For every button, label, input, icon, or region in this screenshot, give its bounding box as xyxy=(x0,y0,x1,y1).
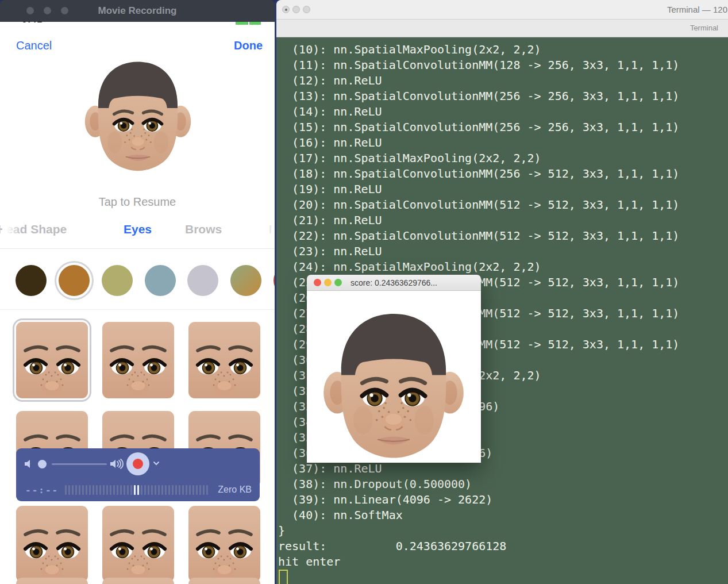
tab-fade-left xyxy=(2,217,22,241)
tab-brows[interactable]: Brows xyxy=(185,222,222,236)
swatch-multicolor-gradient[interactable] xyxy=(230,265,261,296)
eye-option-face xyxy=(16,506,88,582)
movie-recording-window: Movie Recording 9:41 Cancel Done Tap to … xyxy=(0,0,275,584)
terminal-line: (24): nn.SpatialMaxPooling(2x2, 2,2) xyxy=(278,259,728,275)
terminal-line: (21): nn.ReLU xyxy=(278,213,728,228)
divider xyxy=(0,309,275,310)
memoji-result-image xyxy=(313,298,474,463)
recording-time: --:-- xyxy=(25,485,59,495)
eye-option-tile[interactable] xyxy=(102,506,174,582)
record-button[interactable] xyxy=(126,452,149,475)
terminal-line: (10): nn.SpatialMaxPooling(2x2, 2,2) xyxy=(278,42,728,57)
eye-option-face xyxy=(188,578,260,584)
terminal-line: (14): nn.ReLU xyxy=(278,104,728,120)
eye-option-tile[interactable] xyxy=(102,578,174,584)
swatch-slate-blue[interactable] xyxy=(145,265,176,296)
terminal-line: (11): nn.SpatialConvolutionMM(128 -> 256… xyxy=(278,57,728,73)
memoji-avatar-preview xyxy=(77,49,199,178)
terminal-line: (40): nn.SoftMax xyxy=(278,508,728,523)
volume-slider-knob[interactable] xyxy=(38,460,47,468)
window-title: Movie Recording xyxy=(0,0,275,22)
terminal-cursor xyxy=(279,570,288,584)
terminal-line: (38): nn.Dropout(0.500000) xyxy=(278,477,728,492)
terminal-line: result: 0.24363629766128 xyxy=(278,539,728,554)
minimize-button[interactable] xyxy=(292,6,300,13)
done-button[interactable]: Done xyxy=(234,39,263,52)
eye-option-tile[interactable] xyxy=(102,322,174,398)
terminal-tab[interactable]: Terminal xyxy=(690,20,718,37)
swatch-light-gray[interactable] xyxy=(187,265,218,296)
terminal-window-title: Terminal — 120 xyxy=(667,0,727,19)
eye-option-face xyxy=(188,506,260,582)
terminal-line: (23): nn.ReLU xyxy=(278,244,728,259)
swatch-dark-brown[interactable] xyxy=(16,265,47,296)
swatch-olive[interactable] xyxy=(102,265,133,296)
eye-option-face xyxy=(16,322,88,398)
popup-image-area xyxy=(307,291,481,463)
popup-title: score: 0.24363629766... xyxy=(307,275,481,290)
eye-option-tile[interactable] xyxy=(188,506,260,582)
tab-fade-right xyxy=(267,217,275,241)
volume-low-icon[interactable] xyxy=(23,458,34,470)
terminal-line: (19): nn.ReLU xyxy=(278,182,728,197)
terminal-line: (37): nn.ReLU xyxy=(278,461,728,477)
volume-slider-track[interactable] xyxy=(52,463,107,465)
terminal-line: (17): nn.SpatialMaxPooling(2x2, 2,2) xyxy=(278,151,728,166)
terminal-line: (22): nn.SpatialConvolutionMM(512 -> 512… xyxy=(278,228,728,244)
eye-option-face xyxy=(102,506,174,582)
terminal-line: (13): nn.SpatialConvolutionMM(256 -> 256… xyxy=(278,89,728,104)
swatch-golden-brown[interactable] xyxy=(59,265,90,296)
recording-control-bar: --:-- Zero KB xyxy=(16,448,260,501)
mirrored-device-screen: 9:41 Cancel Done Tap to Resume Head Shap… xyxy=(0,22,275,584)
file-size-label: Zero KB xyxy=(218,485,252,495)
eye-option-face xyxy=(102,578,174,584)
terminal-line: (20): nn.SpatialConvolutionMM(512 -> 512… xyxy=(278,197,728,213)
terminal-line: (15): nn.SpatialConvolutionMM(256 -> 256… xyxy=(278,120,728,135)
popup-titlebar: score: 0.24363629766... xyxy=(307,275,481,291)
tab-eyes[interactable]: Eyes xyxy=(124,222,152,236)
eye-option-tile[interactable] xyxy=(188,578,260,584)
terminal-tab-bar: Terminal xyxy=(276,20,728,37)
eye-option-face xyxy=(188,322,260,398)
eye-option-face xyxy=(16,578,88,584)
terminal-line: (39): nn.Linear(4096 -> 2622) xyxy=(278,492,728,508)
terminal-line: (18): nn.SpatialConvolutionMM(256 -> 512… xyxy=(278,166,728,182)
zoom-button[interactable] xyxy=(303,6,310,13)
eye-option-tile[interactable] xyxy=(16,506,88,582)
eye-option-tile[interactable] xyxy=(16,322,88,398)
window-titlebar: Movie Recording xyxy=(0,0,275,22)
cancel-button[interactable]: Cancel xyxy=(16,39,52,52)
terminal-line: (16): nn.ReLU xyxy=(278,135,728,151)
record-options-chevron-icon[interactable] xyxy=(153,460,160,467)
close-button[interactable] xyxy=(282,6,290,13)
eye-option-tile[interactable] xyxy=(16,578,88,584)
battery-icon xyxy=(236,22,261,25)
status-time-clipped: 9:41 xyxy=(22,22,62,25)
tap-to-resume-label[interactable]: Tap to Resume xyxy=(0,195,275,209)
terminal-titlebar: Terminal — 120 xyxy=(276,0,728,20)
volume-high-icon[interactable] xyxy=(110,458,125,470)
divider xyxy=(0,248,275,249)
score-popup-window: score: 0.24363629766... xyxy=(307,275,481,463)
eye-option-tile[interactable] xyxy=(188,322,260,398)
record-dot xyxy=(133,459,143,469)
terminal-line: (12): nn.ReLU xyxy=(278,73,728,89)
terminal-line: hit enter xyxy=(278,554,728,570)
terminal-line: } xyxy=(278,523,728,539)
eye-option-face xyxy=(102,322,174,398)
